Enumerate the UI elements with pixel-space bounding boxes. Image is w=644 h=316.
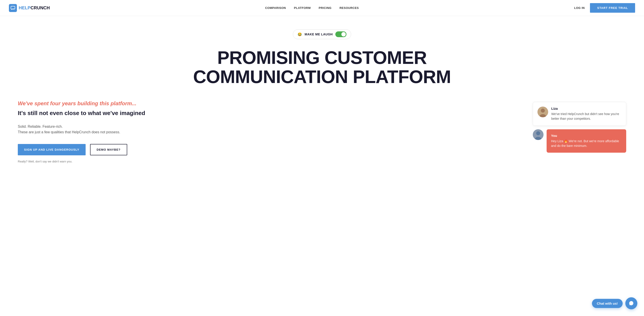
nav-right: LOG IN START FREE TRIAL [574,3,635,13]
svg-point-5 [536,131,540,135]
content-row: We've spent four years building this pla… [18,100,626,163]
make-me-laugh-toggle[interactable]: 😂 MAKE ME LAUGH [293,29,351,39]
nav-comparison[interactable]: COMPARISON [265,6,286,10]
left-column: We've spent four years building this pla… [18,100,515,163]
toggle-label: MAKE ME LAUGH [305,33,333,36]
subheadline-black: It's still not even close to what we've … [18,110,515,117]
liza-text: We've tried HelpCrunch but didn't see ho… [551,112,622,121]
cta-buttons: SIGN UP AND LIVE DANGEROUSLY DEMO MAYBE? [18,144,515,155]
start-trial-button[interactable]: START FREE TRIAL [590,3,635,13]
chat-card-liza: Liza We've tried HelpCrunch but didn't s… [533,102,626,126]
chat-card-you: You Hey Liza 🔥 We're not. But we're more… [546,129,626,153]
liza-message: Liza We've tried HelpCrunch but didn't s… [551,107,622,121]
logo-text: HELPCRUNCH [19,5,50,11]
login-link[interactable]: LOG IN [574,6,585,10]
laugh-emoji: 😂 [298,32,302,37]
demo-button[interactable]: DEMO MAYBE? [90,144,127,155]
navigation: HELPCRUNCH COMPARISON PLATFORM PRICING R… [0,0,644,16]
signup-button[interactable]: SIGN UP AND LIVE DANGEROUSLY [18,144,86,155]
nav-platform[interactable]: PLATFORM [294,6,311,10]
you-avatar [533,129,544,140]
disclaimer-text: Really? Well, don't say we didn't warn y… [18,160,515,163]
you-name: You [551,134,622,138]
toggle-knob [341,32,346,37]
nav-resources[interactable]: RESOURCES [340,6,359,10]
you-message: You Hey Liza 🔥 We're not. But we're more… [551,134,622,148]
toggle-switch[interactable] [335,31,346,37]
hero-headline: PROMISING CUSTOMER COMMUNICATION PLATFOR… [18,48,626,86]
liza-avatar [538,107,548,117]
right-column: Liza We've tried HelpCrunch but didn't s… [533,100,626,153]
main-content: 😂 MAKE ME LAUGH PROMISING CUSTOMER COMMU… [0,16,644,172]
body-text: Solid. Reliable. Feature-rich. These are… [18,124,515,135]
logo[interactable]: HELPCRUNCH [9,4,50,12]
nav-pricing[interactable]: PRICING [319,6,332,10]
liza-name: Liza [551,107,622,110]
logo-icon [9,4,17,12]
subheadline-red: We've spent four years building this pla… [18,100,515,107]
nav-links: COMPARISON PLATFORM PRICING RESOURCES [265,6,359,10]
you-text: Hey Liza 🔥 We're not. But we're more aff… [551,139,622,148]
svg-point-2 [541,109,545,113]
